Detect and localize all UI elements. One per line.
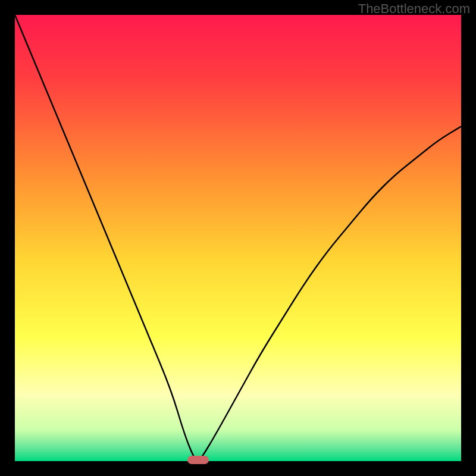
chart-plot-area [15, 15, 461, 461]
watermark-text: TheBottleneck.com [358, 1, 470, 17]
bottleneck-curve [15, 15, 461, 461]
optimal-marker [187, 456, 209, 464]
